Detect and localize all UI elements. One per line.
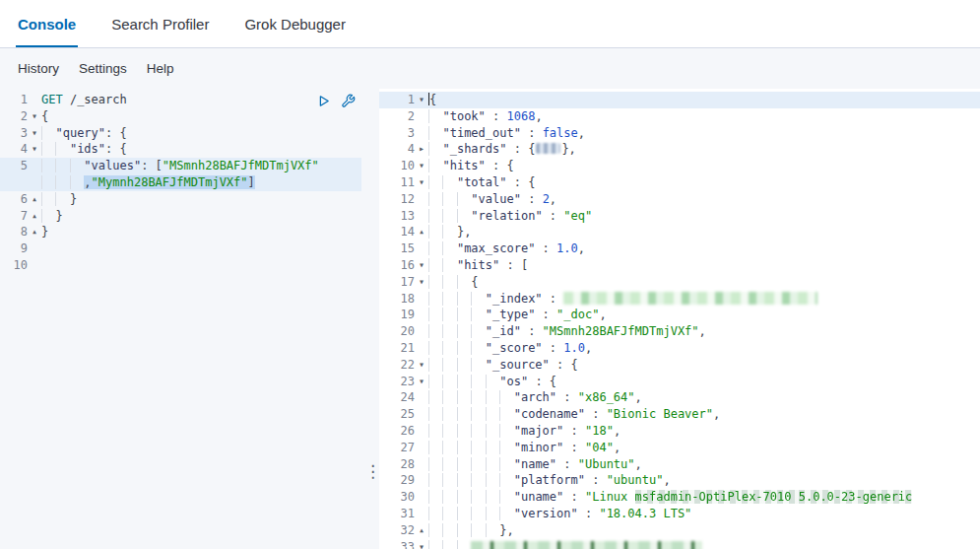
code-line[interactable]: 7▴ } xyxy=(0,208,361,225)
line-number: 27 xyxy=(379,440,415,456)
code-line[interactable]: 5 "values": ["MSmnh28BAFJfMDTmjVXf" xyxy=(0,158,361,174)
line-number: 3 xyxy=(0,125,28,142)
code-text: } xyxy=(41,208,361,225)
code-token: ] xyxy=(248,175,255,189)
shards-collapsed-badge[interactable] xyxy=(536,143,560,154)
request-editor[interactable]: 1GET /_search2▾{3▾ "query": {4▾ "ids": {… xyxy=(0,89,361,549)
code-token: }, xyxy=(457,225,471,239)
code-line[interactable]: 31 "version" : "18.04.3 LTS" xyxy=(379,506,980,522)
fold-down-icon[interactable]: ▾ xyxy=(415,357,428,374)
tab-search-profiler[interactable]: Search Profiler xyxy=(109,0,211,47)
fold-down-icon[interactable]: ▾ xyxy=(415,174,428,191)
pane-divider[interactable]: ⋮ xyxy=(361,89,379,549)
fold-spacer xyxy=(415,389,428,406)
code-line[interactable]: 10 xyxy=(0,257,361,274)
code-line[interactable]: 21 "_score" : 1.0, xyxy=(379,340,980,357)
line-number: 21 xyxy=(379,340,415,357)
fold-down-icon[interactable]: ▾ xyxy=(28,108,41,125)
fold-down-icon[interactable]: ▾ xyxy=(415,158,428,174)
code-line[interactable]: 23▾ "os" : { xyxy=(379,374,980,390)
fold-down-icon[interactable]: ▾ xyxy=(415,92,428,108)
code-line[interactable]: 22▾ "_source" : { xyxy=(379,357,980,374)
code-line[interactable]: 14▴ }, xyxy=(379,224,980,240)
code-text: "timed_out" : false, xyxy=(428,125,980,142)
code-line[interactable]: 26 "major" : "18", xyxy=(379,423,980,440)
code-line[interactable]: 13 "relation" : "eq" xyxy=(379,208,980,225)
code-text: "arch" : "x86_64", xyxy=(428,389,980,406)
code-line[interactable]: 3▾ "query": { xyxy=(0,125,361,142)
fold-down-icon[interactable]: ▾ xyxy=(415,374,428,390)
code-line[interactable]: 1GET /_search xyxy=(0,92,361,108)
send-request-icon[interactable] xyxy=(316,94,331,108)
fold-down-icon[interactable]: ▾ xyxy=(28,125,41,142)
fold-up-icon[interactable]: ▴ xyxy=(415,224,428,240)
code-line[interactable]: 2▾{ xyxy=(0,108,361,125)
code-line[interactable]: 24 "arch" : "x86_64", xyxy=(379,389,980,406)
console-menu-bar: History Settings Help xyxy=(0,48,980,89)
code-line[interactable]: 9 xyxy=(0,240,361,257)
code-line[interactable]: 12 "value" : 2, xyxy=(379,191,980,208)
tab-grok-debugger[interactable]: Grok Debugger xyxy=(242,0,348,47)
code-line[interactable]: 4▸ "_shards" : {}, xyxy=(379,141,980,158)
response-editor[interactable]: 1▾{2 "took" : 1068,3 "timed_out" : false… xyxy=(379,89,980,549)
fold-up-icon[interactable]: ▴ xyxy=(28,224,41,240)
code-line[interactable]: 20 "_id" : "MSmnh28BAFJfMDTmjVXf", xyxy=(379,323,980,340)
tab-console[interactable]: Console xyxy=(16,0,78,47)
code-line[interactable]: 30 "uname" : "Linux msfadmin-OptiPlex-70… xyxy=(379,489,980,506)
indent-guides xyxy=(428,358,486,372)
fold-up-icon[interactable]: ▴ xyxy=(28,208,41,225)
code-token: "minor" xyxy=(514,441,564,454)
code-line[interactable]: 15 "max_score" : 1.0, xyxy=(379,240,980,257)
fold-spacer xyxy=(415,472,428,489)
fold-down-icon[interactable]: ▾ xyxy=(415,257,428,274)
code-line[interactable]: 18 "_index" : xyxy=(379,291,980,308)
code-line[interactable]: 1▾{ xyxy=(379,92,980,108)
fold-spacer xyxy=(415,323,428,340)
line-number: 29 xyxy=(379,472,415,489)
fold-up-icon[interactable]: ▴ xyxy=(415,522,428,539)
indent-guides xyxy=(428,159,442,172)
code-token: : { xyxy=(486,159,514,172)
line-number: 2 xyxy=(0,108,28,125)
code-line[interactable]: 25 "codename" : "Bionic Beaver", xyxy=(379,406,980,423)
fold-spacer xyxy=(415,406,428,423)
indent-guides xyxy=(41,175,84,189)
menu-help[interactable]: Help xyxy=(147,61,174,76)
line-number: 10 xyxy=(0,257,28,274)
code-line[interactable]: 16▾ "hits" : [ xyxy=(379,257,980,274)
code-text: "_id" : "MSmnh28BAFJfMDTmjVXf", xyxy=(428,323,980,340)
fold-up-icon[interactable]: ▴ xyxy=(28,191,41,208)
code-token: 1.0 xyxy=(556,241,578,255)
code-line[interactable]: 10▾ "hits" : { xyxy=(379,158,980,174)
line-number: 28 xyxy=(379,456,415,473)
code-line[interactable]: 27 "minor" : "04", xyxy=(379,440,980,456)
fold-right-icon[interactable]: ▸ xyxy=(415,141,428,158)
request-code-lines: 1GET /_search2▾{3▾ "query": {4▾ "ids": {… xyxy=(0,92,361,274)
fold-down-icon[interactable]: ▾ xyxy=(28,141,41,158)
wrench-icon[interactable] xyxy=(341,94,356,108)
indent-guides xyxy=(428,142,442,156)
code-line[interactable]: 3 "timed_out" : false, xyxy=(379,125,980,142)
code-line[interactable]: 29 "platform" : "ubuntu", xyxy=(379,472,980,489)
fold-down-icon[interactable]: ▾ xyxy=(415,539,428,549)
line-number: 9 xyxy=(0,240,28,257)
code-line[interactable]: 32▴ }, xyxy=(379,522,980,539)
code-line[interactable]: 4▾ "ids": { xyxy=(0,141,361,158)
code-token: : xyxy=(556,457,578,471)
code-line[interactable]: 17▾ { xyxy=(379,274,980,291)
menu-settings[interactable]: Settings xyxy=(79,61,127,76)
menu-history[interactable]: History xyxy=(18,61,59,76)
fold-down-icon[interactable]: ▾ xyxy=(415,274,428,291)
drag-handle-icon[interactable]: ⋮ xyxy=(364,465,379,479)
code-line[interactable]: ,"Mymnh28BAFJfMDTmjVXf"] xyxy=(0,174,361,191)
code-line[interactable]: 33▾ xyxy=(379,539,980,549)
code-token: "_doc" xyxy=(556,308,599,321)
code-line[interactable]: 28 "name" : "Ubuntu", xyxy=(379,456,980,473)
code-line[interactable]: 11▾ "total" : { xyxy=(379,174,980,191)
code-line[interactable]: 2 "took" : 1068, xyxy=(379,108,980,125)
code-token: { xyxy=(41,109,48,123)
code-token: { xyxy=(471,275,478,289)
code-line[interactable]: 8▴} xyxy=(0,224,361,240)
code-line[interactable]: 19 "_type" : "_doc", xyxy=(379,307,980,323)
code-line[interactable]: 6▴ } xyxy=(0,191,361,208)
